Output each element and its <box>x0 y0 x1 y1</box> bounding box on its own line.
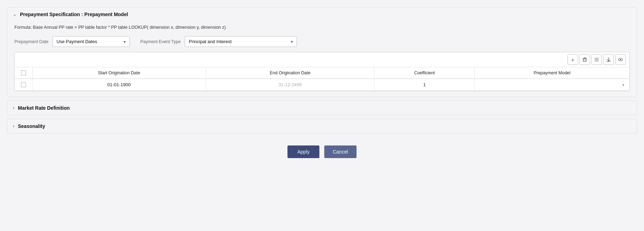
prepayment-section-title: Prepayment Specification : Prepayment Mo… <box>20 12 128 17</box>
seasonality-section-header[interactable]: › Seasonality <box>7 119 637 133</box>
payment-event-type-select[interactable]: Principal and Interest Principal Only In… <box>185 36 297 47</box>
apply-button[interactable]: Apply <box>287 145 319 158</box>
prepayment-date-select[interactable]: Use Payment Dates Use Origination Dates <box>53 36 130 47</box>
prepayment-section-header[interactable]: ⌄ Prepayment Specification : Prepayment … <box>7 7 637 21</box>
seasonality-chevron-icon: › <box>13 124 14 129</box>
delete-row-button[interactable] <box>579 54 590 65</box>
table-row: 01-01-1900 31-12-2499 1 <box>15 79 629 91</box>
formula-text: Formula: Base Annual PP rate = PP table … <box>14 25 630 30</box>
prepayment-chevron-icon: ⌄ <box>13 12 16 17</box>
seasonality-section-title: Seasonality <box>18 123 45 129</box>
table-header-row: Start Origination Date End Origination D… <box>15 67 629 79</box>
checkbox-header <box>15 67 32 79</box>
end-origination-date-cell[interactable]: 31-12-2499 <box>206 79 374 91</box>
svg-rect-1 <box>584 57 586 58</box>
add-row-button[interactable]: + <box>568 54 578 65</box>
download-button[interactable] <box>603 54 614 65</box>
footer-actions: Apply Cancel <box>7 137 637 165</box>
svg-point-10 <box>620 59 621 60</box>
prepayment-data-table: Start Origination Date End Origination D… <box>15 67 629 91</box>
end-origination-date-header: End Origination Date <box>206 67 374 79</box>
page-wrapper: ⌄ Prepayment Specification : Prepayment … <box>0 0 644 231</box>
table-toolbar: + <box>15 52 629 67</box>
svg-rect-7 <box>595 61 599 61</box>
prepayment-date-group: Prepayment Date Use Payment Dates Use Or… <box>14 36 130 47</box>
prepayment-section: ⌄ Prepayment Specification : Prepayment … <box>7 7 637 97</box>
start-origination-date-cell[interactable]: 01-01-1900 <box>32 79 206 91</box>
prepayment-model-cell[interactable] <box>475 79 629 91</box>
list-button[interactable] <box>591 54 602 65</box>
coefficient-cell[interactable]: 1 <box>374 79 475 91</box>
svg-rect-8 <box>606 61 611 62</box>
header-checkbox[interactable] <box>21 70 26 75</box>
prepayment-model-header: Prepayment Model <box>475 67 629 79</box>
cancel-button[interactable]: Cancel <box>324 145 357 158</box>
market-rate-section: › Market Rate Definition <box>7 101 637 115</box>
svg-rect-6 <box>595 59 599 60</box>
coefficient-header: Coefficient <box>374 67 475 79</box>
market-rate-chevron-icon: › <box>13 106 14 110</box>
market-rate-section-title: Market Rate Definition <box>18 105 70 111</box>
market-rate-section-header[interactable]: › Market Rate Definition <box>7 101 637 115</box>
row-checkbox[interactable] <box>21 82 26 87</box>
prepayment-form-row: Prepayment Date Use Payment Dates Use Or… <box>14 36 630 47</box>
payment-event-type-group: Payment Event Type Principal and Interes… <box>140 36 297 47</box>
prepayment-date-select-wrapper: Use Payment Dates Use Origination Dates <box>53 36 130 47</box>
payment-event-type-select-wrapper: Principal and Interest Principal Only In… <box>185 36 297 47</box>
payment-event-type-label: Payment Event Type <box>140 39 181 44</box>
view-button[interactable] <box>615 54 626 65</box>
prepayment-table-panel: + <box>14 52 630 91</box>
start-origination-date-header: Start Origination Date <box>32 67 206 79</box>
row-checkbox-cell <box>15 79 32 91</box>
prepayment-date-label: Prepayment Date <box>14 39 48 44</box>
svg-rect-5 <box>595 58 599 59</box>
prepayment-section-body: Formula: Base Annual PP rate = PP table … <box>7 21 637 97</box>
svg-rect-2 <box>583 59 587 62</box>
seasonality-section: › Seasonality <box>7 119 637 134</box>
